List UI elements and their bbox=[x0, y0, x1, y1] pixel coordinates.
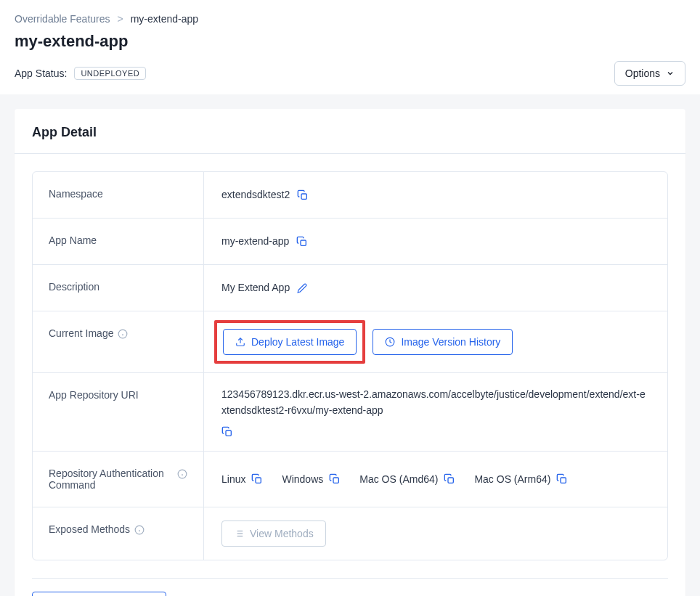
namespace-value: extendsdktest2 bbox=[221, 187, 290, 203]
copy-icon[interactable] bbox=[221, 426, 233, 438]
deploy-latest-image-button[interactable]: Deploy Latest Image bbox=[223, 329, 357, 355]
row-description: Description My Extend App bbox=[33, 265, 667, 311]
exposed-methods-label: Exposed Methods bbox=[49, 523, 130, 535]
row-exposed-methods: Exposed Methods View Methods bbox=[33, 507, 667, 560]
copy-icon[interactable] bbox=[297, 189, 309, 201]
copy-icon[interactable] bbox=[444, 473, 455, 485]
row-repo-uri: App Repository URI 123456789123.dkr.ecr.… bbox=[33, 373, 667, 452]
description-label: Description bbox=[33, 265, 204, 311]
options-button[interactable]: Options bbox=[614, 61, 685, 86]
os-mac-amd64: Mac OS (Amd64) bbox=[359, 471, 438, 487]
view-methods-label: View Methods bbox=[250, 528, 314, 539]
app-name-label: App Name bbox=[33, 219, 204, 264]
list-icon bbox=[234, 528, 244, 539]
page-title: my-extend-app bbox=[15, 32, 685, 51]
row-repo-auth: Repository Authentication Command Linux … bbox=[33, 452, 667, 507]
breadcrumb-current: my-extend-app bbox=[131, 13, 198, 25]
breadcrumb: Overridable Features > my-extend-app bbox=[15, 13, 685, 25]
repo-uri-value: 123456789123.dkr.ecr.us-west-2.amazonaws… bbox=[221, 386, 650, 419]
view-methods-button[interactable]: View Methods bbox=[221, 521, 326, 547]
description-value: My Extend App bbox=[221, 279, 290, 295]
copy-icon[interactable] bbox=[556, 473, 568, 485]
status-badge: UNDEPLOYED bbox=[74, 67, 146, 80]
info-icon[interactable] bbox=[134, 525, 145, 535]
app-status-label: App Status: bbox=[15, 68, 67, 79]
row-namespace: Namespace extendsdktest2 bbox=[33, 172, 667, 219]
breadcrumb-parent[interactable]: Overridable Features bbox=[15, 13, 110, 25]
info-icon[interactable] bbox=[177, 469, 187, 479]
divider bbox=[32, 578, 668, 579]
open-grafana-button[interactable]: Open Grafana Cloud bbox=[32, 592, 166, 596]
copy-icon[interactable] bbox=[296, 236, 308, 248]
highlight-deploy: Deploy Latest Image bbox=[214, 320, 365, 364]
card-title: App Detail bbox=[15, 109, 685, 154]
upload-icon bbox=[235, 337, 245, 347]
os-linux: Linux bbox=[221, 471, 245, 487]
image-version-history-button[interactable]: Image Version History bbox=[373, 329, 513, 355]
chevron-down-icon bbox=[666, 69, 675, 78]
current-image-label: Current Image bbox=[49, 327, 113, 339]
copy-icon[interactable] bbox=[329, 473, 341, 485]
options-button-label: Options bbox=[625, 68, 660, 79]
repo-auth-label: Repository Authentication Command bbox=[49, 468, 173, 491]
namespace-label: Namespace bbox=[33, 172, 204, 218]
chevron-right-icon: > bbox=[118, 13, 123, 25]
info-icon[interactable] bbox=[118, 329, 128, 339]
os-windows: Windows bbox=[282, 471, 323, 487]
row-current-image: Current Image Deploy Latest Image bbox=[33, 311, 667, 373]
row-app-name: App Name my-extend-app bbox=[33, 219, 667, 265]
history-icon bbox=[385, 337, 395, 347]
app-name-value: my-extend-app bbox=[221, 233, 289, 249]
history-button-label: Image Version History bbox=[401, 336, 500, 348]
copy-icon[interactable] bbox=[251, 473, 263, 485]
repo-uri-label: App Repository URI bbox=[33, 373, 204, 451]
edit-icon[interactable] bbox=[297, 283, 307, 293]
deploy-button-label: Deploy Latest Image bbox=[251, 336, 344, 348]
os-mac-arm64: Mac OS (Arm64) bbox=[474, 471, 550, 487]
